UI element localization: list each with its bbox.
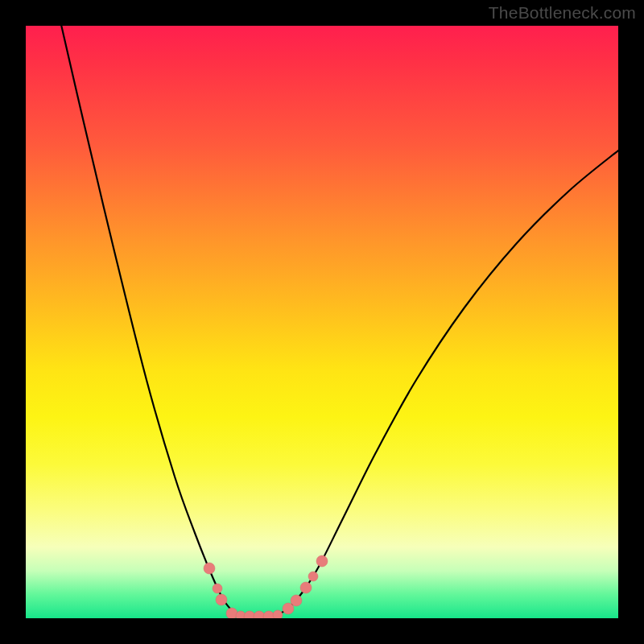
chart-frame: TheBottleneck.com <box>0 0 644 644</box>
curve-line <box>60 26 618 616</box>
curve-marker <box>308 572 318 581</box>
curve-marker <box>291 595 302 606</box>
curve-marker <box>216 594 227 605</box>
curve-marker <box>273 610 283 618</box>
plot-area <box>26 26 618 618</box>
curve-marker <box>300 582 312 593</box>
bottleneck-curve <box>26 26 618 618</box>
watermark-text: TheBottleneck.com <box>489 3 636 23</box>
curve-marker <box>204 563 215 574</box>
curve-marker <box>213 584 222 593</box>
curve-marker <box>316 555 328 567</box>
curve-markers <box>204 555 328 618</box>
